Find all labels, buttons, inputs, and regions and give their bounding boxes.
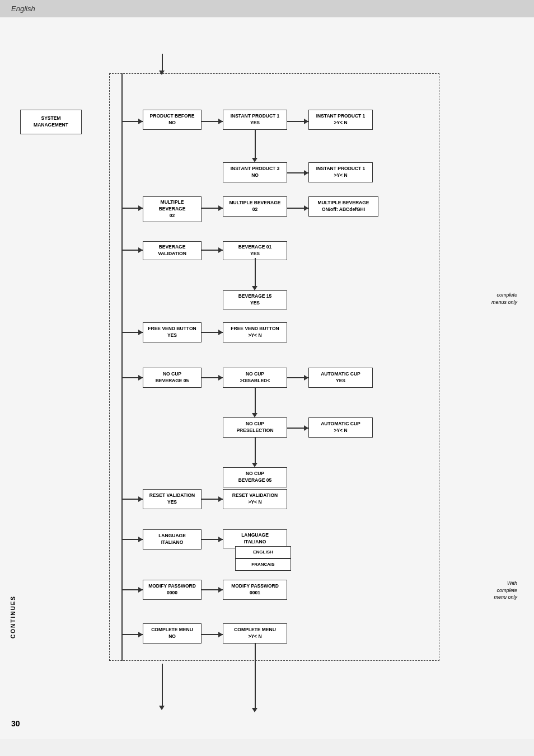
v-line-ip1-down <box>255 130 256 161</box>
arrow-fvb-yn <box>218 330 223 335</box>
box-no-cup-bev05a: NO CUP BEVERAGE 05 <box>143 368 202 388</box>
v-line-nocup-down <box>255 388 256 416</box>
arrow-bev01-down <box>252 286 257 290</box>
arrow-cm-yn <box>218 632 223 637</box>
arrow-autocup-yn <box>304 425 308 431</box>
box-no-cup-disabled: NO CUP >DISABLED< <box>223 368 287 388</box>
box-instant-product1-yes: INSTANT PRODUCT 1 YES <box>223 110 287 130</box>
left-spine <box>121 73 123 661</box>
box-no-cup-preselection: NO CUP PRESELECTION <box>223 417 287 438</box>
box-product-before-no: PRODUCT BEFORE NO <box>143 110 202 130</box>
note-with-complete-menu-only: Withcompletemenu only <box>494 580 517 601</box>
box-automatic-cup-yn: AUTOMATIC CUP >Y< N <box>308 417 373 438</box>
box-free-vend-yn: FREE VEND BUTTON >Y< N <box>223 322 287 342</box>
main-content: 30 CONTINUES SYSTEM MANAGEMENT PRODUCT B… <box>0 17 534 739</box>
box-instant-product1-yn2: INSTANT PRODUCT 1 >Y< N <box>308 162 373 182</box>
arrow-rv <box>138 496 143 502</box>
box-beverage-01-yes: BEVERAGE 01 YES <box>223 241 287 260</box>
box-complete-menu-yn: COMPLETE MENU >Y< N <box>223 623 287 644</box>
box-modify-password-0000: MODIFY PASSWORD 0000 <box>143 580 202 600</box>
continues-label: CONTINUES <box>10 595 16 638</box>
page-header: English <box>0 0 534 17</box>
arrow-mb-onoff <box>304 205 308 211</box>
arrow-mb-a <box>138 205 143 211</box>
note-complete-menus-only: completemenus only <box>491 292 517 306</box>
arrow-mp-0001 <box>218 587 223 593</box>
box-language-francais: FRANCAIS <box>235 558 291 571</box>
arrow-bev01 <box>218 247 223 253</box>
box-modify-password-0001: MODIFY PASSWORD 0001 <box>223 580 287 600</box>
box-language-english: ENGLISH <box>235 546 291 558</box>
arrow-bottom-cm <box>159 706 165 710</box>
page-number: 30 <box>11 719 20 728</box>
arrow-ip1-yes <box>218 119 223 124</box>
box-language-italiano-a: LANGUAGE ITALIANO <box>143 529 202 550</box>
arrow-lang-b <box>218 537 223 542</box>
box-complete-menu-no: COMPLETE MENU NO <box>143 623 202 644</box>
arrow-nocup-a <box>138 375 143 381</box>
v-line-nocup-bev05b-down <box>255 438 256 466</box>
arrow-bv <box>138 247 143 253</box>
arrow-autocup-yes <box>304 375 308 381</box>
arrow-ip1-yn <box>304 119 308 124</box>
box-multiple-beverage-02a: MULTIPLE BEVERAGE 02 <box>143 196 202 222</box>
arrow-mb-b <box>218 205 223 211</box>
v-line-bev01-down <box>255 258 256 289</box>
box-instant-product3-no: INSTANT PRODUCT 3 NO <box>223 162 287 182</box>
box-free-vend-yes: FREE VEND BUTTON YES <box>143 322 202 342</box>
arrow-nocup-disabled <box>218 375 223 381</box>
arrow-product-before <box>138 119 143 124</box>
box-reset-validation-yes: RESET VALIDATION YES <box>143 489 202 509</box>
arrow-lang-a <box>138 537 143 542</box>
box-beverage-15-yes: BEVERAGE 15 YES <box>223 290 287 309</box>
arrow-nocup-down <box>252 413 257 417</box>
box-system-management: SYSTEM MANAGEMENT <box>20 110 82 134</box>
arrow-ip1-down <box>252 158 257 162</box>
box-automatic-cup-yes: AUTOMATIC CUP YES <box>308 368 373 388</box>
arrow-top-entry <box>159 71 165 75</box>
box-instant-product1-yn1: INSTANT PRODUCT 1 >Y< N <box>308 110 373 130</box>
box-beverage-validation: BEVERAGE VALIDATION <box>143 241 202 260</box>
v-line-bottom2 <box>255 652 256 708</box>
language-label: English <box>11 4 35 13</box>
box-multiple-beverage-02b: MULTIPLE BEVERAGE 02 <box>223 196 287 217</box>
arrow-bottom-cm-yn <box>252 708 257 712</box>
arrow-cm <box>138 632 143 637</box>
arrow-nocup-bev05b-down <box>252 463 257 467</box>
arrow-fvb <box>138 330 143 335</box>
arrow-ip1-yn2 <box>304 170 308 176</box>
v-line-bottom-cm <box>162 664 163 708</box>
dashed-border <box>109 73 439 661</box>
arrow-mp <box>138 587 143 593</box>
box-no-cup-bev05b: NO CUP BEVERAGE 05 <box>223 467 287 487</box>
box-reset-validation-yn: RESET VALIDATION >Y< N <box>223 489 287 509</box>
arrow-rv-yn <box>218 496 223 502</box>
box-language-italiano-b: LANGUAGE ITALIANO <box>223 529 287 548</box>
box-multiple-beverage-onoff: MULTIPLE BEVERAGE ON/off: ABCdefGHI <box>308 196 378 217</box>
